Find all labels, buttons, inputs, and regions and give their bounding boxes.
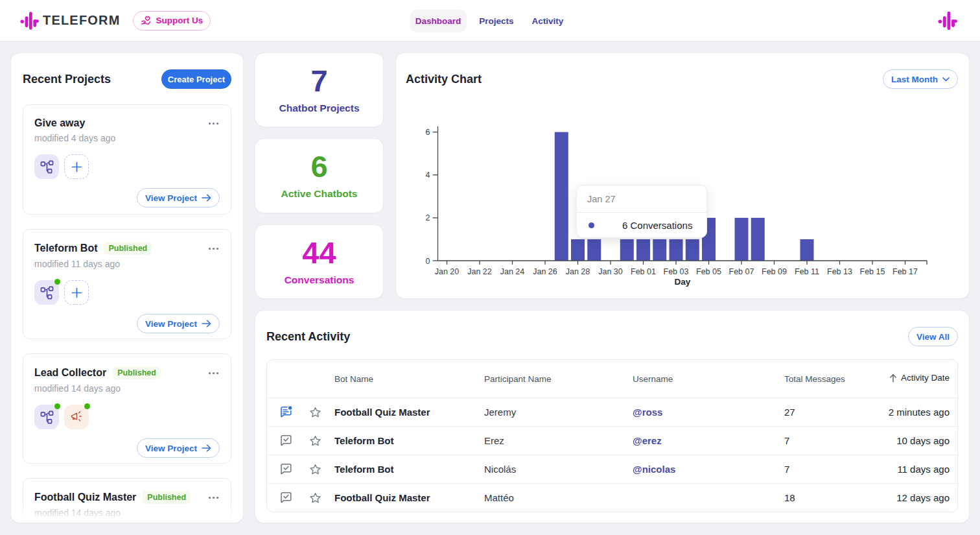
flow-tile[interactable]: [34, 280, 59, 305]
svg-text:Feb 09: Feb 09: [762, 267, 787, 276]
svg-text:0: 0: [426, 257, 430, 266]
svg-text:6: 6: [426, 128, 430, 137]
bar-feb-07: [735, 218, 749, 261]
table-row[interactable]: Teleform Bot Nicolás @nicolas 7 11 days …: [267, 455, 957, 483]
favorite-star-icon[interactable]: [309, 435, 334, 447]
megaphone-icon: [70, 410, 83, 423]
online-dot: [54, 403, 60, 409]
svg-text:Jan 26: Jan 26: [533, 267, 557, 276]
project-card: Football Quiz Master Published modified …: [23, 478, 231, 523]
cell-username[interactable]: @erez: [633, 435, 784, 446]
col-bot-name[interactable]: Bot Name: [334, 374, 484, 384]
more-options-icon[interactable]: [207, 494, 220, 501]
favorite-star-icon[interactable]: [309, 492, 334, 504]
stat-label: Chatbot Projects: [279, 102, 359, 114]
cell-bot-name: Football Quiz Master: [334, 407, 484, 418]
svg-text:Jan 20: Jan 20: [435, 267, 460, 276]
cell-username[interactable]: @nicolas: [633, 464, 784, 475]
project-modified-date: modified 14 days ago: [34, 383, 220, 394]
cell-activity-date: 10 days ago: [896, 435, 950, 446]
bar-jan-27: [555, 132, 568, 261]
svg-text:Feb 07: Feb 07: [729, 267, 754, 276]
series-dot-icon: [589, 222, 594, 228]
view-project-button[interactable]: View Project: [137, 438, 220, 458]
activity-bar-chart[interactable]: 0246Jan 20Jan 22Jan 24Jan 26Jan 28Jan 30…: [396, 53, 970, 300]
project-title: Teleform Bot: [34, 243, 97, 254]
flow-icon: [40, 160, 54, 174]
cell-total-messages: 18: [784, 492, 896, 503]
svg-text:Jan 30: Jan 30: [598, 267, 623, 276]
table-row[interactable]: Football Quiz Master Jeremy @ross 27 2 m…: [267, 398, 957, 426]
col-total-messages[interactable]: Total Messages: [784, 374, 889, 384]
recent-activity-panel: Recent Activity View All Bot Name Partic…: [255, 310, 970, 523]
activity-table-header: Bot Name Participant Name Username Total…: [267, 360, 957, 398]
flow-tile[interactable]: [34, 154, 59, 179]
svg-text:Feb 01: Feb 01: [631, 267, 656, 276]
support-us-button[interactable]: Support Us: [133, 11, 211, 30]
recent-activity-title: Recent Activity: [266, 330, 350, 344]
project-card: Give away modified 4 days ago View Proje…: [23, 104, 231, 215]
col-activity-date[interactable]: Activity Date: [889, 373, 950, 383]
cell-bot-name: Football Quiz Master: [334, 492, 484, 503]
bar-feb-11: [800, 239, 814, 261]
more-options-icon[interactable]: [207, 245, 220, 252]
teleform-mark-icon[interactable]: [938, 10, 957, 31]
chart-tooltip-value: 6 Conversations: [622, 220, 692, 231]
svg-text:Feb 15: Feb 15: [860, 267, 885, 276]
project-modified-date: modified 4 days ago: [34, 133, 220, 143]
nav-link-projects[interactable]: Projects: [474, 10, 519, 32]
view-all-button[interactable]: View All: [908, 327, 958, 346]
hand-heart-icon: [141, 15, 152, 26]
cell-bot-name: Teleform Bot: [334, 435, 484, 446]
create-project-button[interactable]: Create Project: [161, 69, 231, 89]
favorite-star-icon[interactable]: [309, 407, 334, 418]
project-modified-date: modified 14 days ago: [34, 508, 220, 518]
nav-link-dashboard[interactable]: Dashboard: [410, 10, 467, 32]
plus-icon: [71, 287, 82, 298]
message-check-icon: [279, 491, 293, 505]
more-options-icon[interactable]: [207, 120, 220, 127]
bar-feb-08: [751, 218, 765, 261]
view-project-button[interactable]: View Project: [137, 188, 220, 208]
favorite-star-icon[interactable]: [309, 464, 334, 475]
project-title: Football Quiz Master: [34, 492, 136, 503]
brand-logo[interactable]: TELEFORM: [20, 11, 121, 30]
stat-card: 44 Conversations: [255, 224, 384, 299]
svg-text:Jan 28: Jan 28: [566, 267, 590, 276]
flow-tile[interactable]: [34, 405, 59, 429]
col-username[interactable]: Username: [633, 374, 784, 384]
cell-participant-name: Erez: [484, 435, 633, 446]
table-row[interactable]: Teleform Bot Erez @erez 7 10 days ago: [267, 426, 957, 455]
chart-tooltip-date: Jan 27: [577, 185, 706, 213]
stat-card: 7 Chatbot Projects: [255, 53, 384, 127]
stat-value: 6: [310, 151, 327, 182]
cell-total-messages: 7: [784, 464, 897, 475]
svg-text:2: 2: [426, 213, 430, 222]
published-badge: Published: [113, 366, 161, 379]
stat-label: Active Chatbots: [281, 188, 358, 200]
stat-value: 44: [302, 237, 336, 268]
more-options-icon[interactable]: [207, 370, 220, 377]
bar-feb-01: [636, 239, 650, 261]
col-participant-name[interactable]: Participant Name: [484, 374, 633, 384]
megaphone-tile[interactable]: [64, 405, 89, 429]
add-chatbot-button[interactable]: [64, 280, 89, 305]
svg-text:Feb 17: Feb 17: [892, 267, 918, 276]
recent-projects-panel: Recent Projects Create Project Give away…: [10, 53, 244, 523]
message-new-icon: [279, 405, 293, 419]
svg-text:Feb 03: Feb 03: [664, 267, 689, 276]
cell-activity-date: 11 days ago: [897, 464, 950, 475]
cell-participant-name: Mattéo: [484, 492, 633, 503]
project-card: Teleform Bot Published modified 11 days …: [23, 229, 231, 339]
support-us-label: Support Us: [156, 16, 204, 25]
flow-icon: [40, 286, 54, 300]
published-badge: Published: [104, 242, 152, 255]
cell-username[interactable]: @ross: [633, 407, 784, 418]
project-card: Lead Collector Published modified 14 day…: [23, 353, 231, 464]
arrow-right-icon: [202, 194, 211, 202]
table-row[interactable]: Football Quiz Master Mattéo 18 12 days a…: [267, 483, 957, 512]
nav-link-activity[interactable]: Activity: [527, 10, 569, 32]
project-modified-date: modified 11 days ago: [34, 259, 220, 269]
view-project-button[interactable]: View Project: [137, 314, 220, 333]
add-chatbot-button[interactable]: [64, 154, 89, 179]
